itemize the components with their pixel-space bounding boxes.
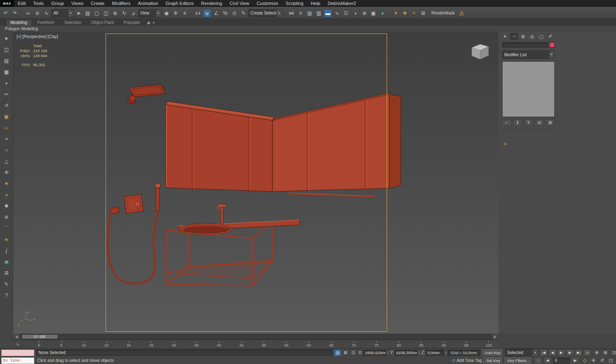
rollout-icon[interactable]: ✳ [503,141,509,147]
time-slider-prev-arrow[interactable]: ◂ [14,334,19,340]
grid-object-icon[interactable]: ▦ [2,68,11,76]
spinner-snap-icon[interactable]: ⊙ [230,9,238,17]
snaps-toggle-25-icon[interactable]: 2.5 [194,9,202,17]
named-selection-sets-combo[interactable]: Create Selection Se ▼ [248,9,282,17]
use-pivot-point-center-icon[interactable]: ◉ [162,9,171,17]
tab-populate[interactable]: Populate [120,20,144,26]
select-and-link-icon[interactable]: ∞ [24,9,32,17]
rendered-frame-window-icon[interactable]: ▣ [369,9,378,17]
undo-icon[interactable]: ↶ [2,9,10,17]
app-logo[interactable]: MAX [0,0,14,7]
wall-cabinet-right-object[interactable] [272,93,401,192]
time-slider-track[interactable]: 0 / 100 [20,334,491,340]
previous-frame-icon[interactable]: ◀ [549,349,556,356]
tab-modeling[interactable]: Modeling [6,19,32,26]
plane-object-icon[interactable]: ▭ [2,124,11,132]
snaps-toggle-3d-icon[interactable]: ∪ [203,9,211,17]
window-crossing-icon[interactable]: ◫ [102,9,110,17]
bind-to-space-warp-icon[interactable]: ∿ [42,9,51,17]
angle-snap-icon[interactable]: ∠ [212,9,220,17]
menu-item[interactable]: Tools [29,0,48,7]
render-setup-icon[interactable]: ⊛ [360,9,368,17]
time-configuration-icon[interactable]: ◷ [583,349,591,356]
viewcube[interactable] [472,44,488,59]
rectangular-selection-region-icon[interactable]: ▢ [93,9,101,17]
select-and-move-icon[interactable]: ⊕ [111,9,119,17]
shower-mixer-object[interactable] [110,194,143,214]
create-tab[interactable]: ✶ [501,33,509,40]
shower-head-object[interactable] [128,84,166,103]
modifier-stack[interactable] [502,61,555,117]
select-and-rotate-icon[interactable]: ↻ [120,9,128,17]
menu-item[interactable]: Graph Editors [162,0,197,7]
show-end-result-button[interactable]: ‖ [513,119,522,126]
boxes-array-icon[interactable]: ⊞ [2,269,11,277]
wall-cabinet-left-object[interactable] [166,101,274,192]
viewport-label[interactable]: [+] [Perspective] [Clay] [17,34,58,39]
eye-display-icon[interactable]: ◉ [2,258,11,266]
go-to-start-icon[interactable]: |◀ [540,349,548,356]
edit-named-selection-sets-icon[interactable]: ✎ [239,9,248,17]
menu-item[interactable]: Group [48,0,68,7]
hierarchy-tab[interactable]: ≣ [519,33,527,40]
menu-item[interactable]: Edit [14,0,29,7]
redo-icon[interactable]: ↷ [11,9,19,17]
auto-key-button[interactable]: Auto Key [482,349,504,357]
tab-selection[interactable]: Selection [60,20,85,26]
scene-explorer-icon[interactable]: ▥ [315,9,323,17]
z-spinner[interactable]: ▴▾ [445,351,446,354]
select-and-manipulate-icon[interactable]: ✣ [171,9,180,17]
selection-lock-icon[interactable]: ⊠ [342,350,349,356]
freeform-tool-icon[interactable]: ✣ [2,168,11,177]
plugin-icon-1[interactable]: ✦ [392,9,400,17]
make-unique-button[interactable]: Y [524,119,533,126]
render-mask-toggle-icon[interactable]: ⊞ [419,9,427,17]
slice-icon[interactable]: ✂ [2,90,11,98]
menu-item[interactable]: Customize [253,0,282,7]
play-animation-icon[interactable]: ▶ [557,349,565,356]
display-tab[interactable]: ▢ [537,33,545,40]
maximize-viewport-icon[interactable]: ◳ [607,357,615,364]
pan-icon[interactable]: ✣ [590,357,597,364]
spray-tool-icon[interactable]: ※ [2,213,11,221]
menu-item[interactable]: Civil View [226,0,253,7]
sphere-gray-icon[interactable]: ● [2,79,11,87]
menu-item[interactable]: Views [67,0,87,7]
x-coordinate-field[interactable]: 1669,415mm [363,350,386,356]
plugin-icon-3[interactable]: ✧ [410,9,418,17]
toggle-ribbon-icon[interactable]: ▬ [324,9,332,17]
percent-snap-icon[interactable]: % [221,9,229,17]
key-set-combo[interactable]: Selected ▼ [505,349,538,357]
add-time-tag[interactable]: ⊙ Add Time Tag [452,358,482,363]
paint-brush-icon[interactable]: ✎ [2,280,11,288]
select-and-scale-icon[interactable]: ⊿ [129,9,137,17]
ribbon-config-icon[interactable]: ◉ [146,21,152,26]
orbit-icon[interactable]: ↺ [598,357,606,364]
document-icon[interactable]: ▤ [2,57,11,65]
select-object-icon[interactable]: ➤ [75,9,83,17]
menu-item[interactable]: Animation [134,0,162,7]
y-coordinate-field[interactable]: 6159,393mm [395,350,418,356]
timeline-ticks[interactable]: 0510152025303540455055606570758085909510… [23,340,498,349]
z-coordinate-field[interactable]: 0,0mm [426,350,444,356]
zoom-all-icon[interactable]: ⊞ [602,350,609,356]
current-time-field[interactable]: 0 [553,358,570,364]
remove-modifier-button[interactable]: ⊖ [535,119,544,126]
scatter-tool-icon[interactable]: ✱ [2,202,11,210]
x-spinner[interactable]: ▴▾ [387,351,388,354]
select-cursor-icon[interactable]: ➤ [2,34,11,43]
perspective-viewport[interactable]: z x y [+] [Perspective] [Clay] Total Pol… [13,32,498,333]
align-icon[interactable]: ≡ [296,9,305,17]
box-object-icon[interactable]: ▣ [2,113,11,121]
go-to-end-icon[interactable]: ▶| [575,349,582,356]
mini-curve-editor-button[interactable]: ∿ [13,340,23,349]
object-color-swatch[interactable] [549,42,555,48]
mirror-icon[interactable]: ⋈ [287,9,296,17]
schematic-view-icon[interactable]: ☷ [342,9,350,17]
menu-item[interactable]: Modifiers [108,0,134,7]
sink-unit-object[interactable] [167,204,300,286]
pin-stack-button[interactable]: ⌐ [502,119,511,126]
clay-sphere-icon[interactable]: ◕ [2,191,11,199]
plugin-icon-2[interactable]: ❖ [401,9,409,17]
next-key-icon[interactable]: ▶ [571,357,579,364]
